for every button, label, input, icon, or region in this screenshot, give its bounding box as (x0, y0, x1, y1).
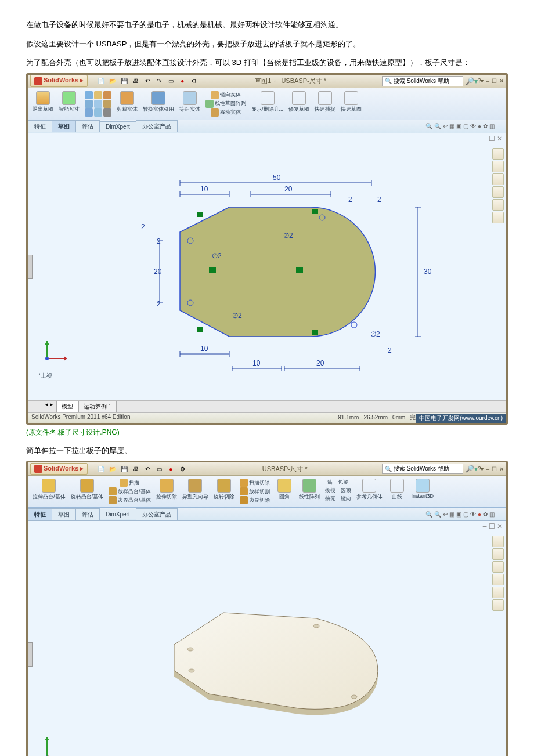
undo-icon[interactable]: ↶ (142, 77, 153, 86)
file-explorer-tab-icon[interactable] (492, 173, 504, 185)
exit-sketch-button[interactable]: 退出草图 (30, 90, 56, 118)
maximize-icon[interactable]: ☐ (492, 78, 497, 84)
tab-feature[interactable]: 特征 (28, 508, 52, 520)
select-icon[interactable]: ▭ (165, 77, 176, 86)
app-logo[interactable]: SolidWorks ▸ (30, 75, 88, 86)
slot-icon[interactable] (94, 108, 102, 117)
extrude-boss-button[interactable]: 拉伸凸台/基体 (30, 478, 68, 505)
rib-button[interactable]: 筋 (327, 479, 333, 486)
tab-feature[interactable]: 特征 (28, 120, 52, 132)
zoom-fit-icon[interactable]: 🔍 (425, 123, 432, 129)
boundary-boss-button[interactable]: 边界凸台/基体 (109, 496, 151, 504)
app-logo[interactable]: SolidWorks ▸ (30, 463, 88, 475)
instant3d-button[interactable]: Instant3D (409, 478, 436, 505)
ellipse-icon[interactable] (85, 108, 93, 117)
trim-button[interactable]: 剪裁实体 (114, 90, 140, 118)
hole-wizard-button[interactable]: 异型孔向导 (180, 478, 211, 505)
zoom-fit-icon[interactable]: 🔍 (425, 511, 432, 518)
options-icon[interactable]: ⚙ (177, 464, 187, 473)
save-icon[interactable]: 💾 (119, 77, 129, 86)
scene-icon[interactable]: ● (478, 511, 481, 518)
search-input[interactable]: 🔍搜索 SolidWorks 帮助 (382, 464, 463, 474)
repair-button[interactable]: 修复草图 (286, 90, 312, 118)
view-orient-icon[interactable]: ▣ (456, 123, 461, 129)
child-window-controls[interactable]: – ☐ ✕ (483, 522, 503, 530)
open-icon[interactable]: 📂 (107, 77, 118, 86)
revolve-boss-button[interactable]: 旋转凸台/基体 (68, 478, 106, 505)
appearances-tab-icon[interactable] (492, 199, 504, 211)
view-palette-tab-icon[interactable] (492, 186, 504, 198)
revolve-cut-button[interactable]: 旋转切除 (211, 478, 237, 505)
minimize-icon[interactable]: – (486, 78, 489, 84)
fillet-button[interactable]: 圆角 (273, 478, 296, 505)
ref-geometry-button[interactable]: 参考几何体 (354, 478, 385, 505)
help-icon[interactable]: ?▾ (478, 466, 484, 472)
graphics-viewport[interactable]: – ☐ ✕ (28, 133, 506, 400)
view-settings-icon[interactable]: ▥ (489, 123, 495, 129)
tab-nav-icon[interactable]: ◂ ▸ (45, 401, 53, 412)
tab-dimxpert[interactable]: DimXpert (99, 121, 136, 132)
apply-scene-icon[interactable]: ✿ (483, 123, 488, 129)
hide-show-icon[interactable]: 👁 (470, 123, 476, 129)
extrude-cut-button[interactable]: 拉伸切除 (154, 478, 179, 505)
point-icon[interactable] (103, 108, 111, 117)
print-icon[interactable]: 🖶 (131, 77, 141, 86)
search-go-icon[interactable]: 🔎▾ (466, 465, 478, 473)
resources-tab-icon[interactable] (492, 536, 504, 547)
redo-icon[interactable]: ↷ (154, 77, 164, 86)
file-explorer-tab-icon[interactable] (492, 561, 504, 573)
options-icon[interactable]: ⚙ (189, 77, 199, 86)
print-icon[interactable]: 🖶 (131, 464, 141, 473)
dome-button[interactable]: 圆顶 (341, 487, 351, 494)
design-lib-tab-icon[interactable] (492, 161, 504, 172)
hide-show-icon[interactable]: 👁 (470, 511, 476, 518)
wrap-button[interactable]: 包覆 (338, 479, 348, 486)
resources-tab-icon[interactable] (492, 148, 504, 160)
rect-icon[interactable] (85, 100, 93, 108)
tab-office[interactable]: 办公室产品 (136, 508, 178, 520)
feature-tree-flyout-handle[interactable] (28, 255, 33, 279)
loft-boss-button[interactable]: 放样凸台/基体 (109, 487, 151, 495)
view-settings-icon[interactable]: ▥ (489, 511, 495, 518)
tab-office[interactable]: 办公室产品 (136, 120, 178, 132)
tab-sketch[interactable]: 草图 (52, 120, 76, 132)
maximize-icon[interactable]: ☐ (492, 466, 497, 472)
arc-icon[interactable] (103, 91, 111, 99)
close-icon[interactable]: ✕ (499, 466, 504, 472)
linear-pattern-button[interactable]: 线性草图阵列 (205, 100, 246, 108)
custom-props-tab-icon[interactable] (492, 599, 504, 611)
draft-button[interactable]: 拔模 (325, 487, 335, 494)
search-go-icon[interactable]: 🔎▾ (466, 77, 478, 85)
poly-icon[interactable] (94, 100, 102, 108)
tab-dimxpert[interactable]: DimXpert (99, 509, 136, 519)
close-icon[interactable]: ✕ (499, 78, 504, 84)
display-delete-button[interactable]: 显示/删除几... (249, 90, 286, 118)
appearances-tab-icon[interactable] (492, 587, 504, 598)
design-lib-tab-icon[interactable] (492, 548, 504, 560)
scene-icon[interactable]: ● (478, 123, 481, 129)
save-icon[interactable]: 💾 (119, 464, 129, 473)
minimize-icon[interactable]: – (486, 466, 489, 472)
shell-button[interactable]: 抽壳 (325, 495, 335, 502)
section-icon[interactable]: ▦ (449, 511, 454, 518)
tab-evaluate[interactable]: 评估 (75, 508, 100, 520)
rapid-sketch-button[interactable]: 快速草图 (338, 90, 364, 118)
curves-button[interactable]: 曲线 (385, 478, 409, 505)
new-icon[interactable]: 📄 (96, 77, 106, 86)
view-palette-tab-icon[interactable] (492, 574, 504, 585)
move-button[interactable]: 移动实体 (211, 108, 241, 117)
help-icon[interactable]: ?▾ (478, 78, 484, 84)
rebuild-icon[interactable]: ● (177, 77, 187, 86)
tab-evaluate[interactable]: 评估 (75, 120, 100, 132)
tab-model[interactable]: 模型 (56, 401, 78, 412)
quick-snap-button[interactable]: 快速捕捉 (312, 90, 338, 118)
sweep-cut-button[interactable]: 扫描切除 (240, 479, 270, 487)
convert-button[interactable]: 转换实体引用 (140, 90, 176, 118)
view-orient-icon[interactable]: ▣ (456, 511, 461, 518)
graphics-viewport[interactable]: – ☐ ✕ (28, 521, 506, 756)
line-icon[interactable] (85, 91, 93, 99)
spline-icon[interactable] (103, 100, 111, 108)
undo-icon[interactable]: ↶ (142, 464, 153, 473)
display-style-icon[interactable]: ▢ (463, 123, 468, 129)
zoom-area-icon[interactable]: 🔍 (434, 123, 441, 129)
